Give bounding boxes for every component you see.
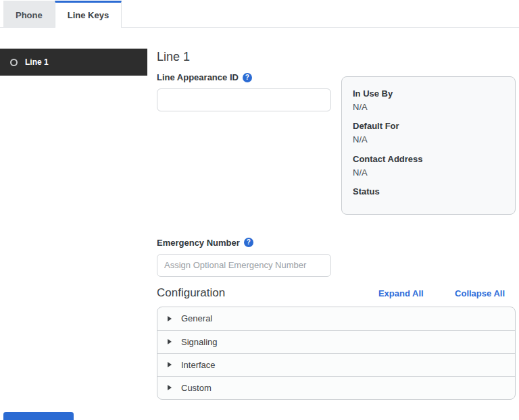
tab-phone[interactable]: Phone <box>3 1 55 27</box>
accordion-section-custom[interactable]: Custom <box>157 376 515 399</box>
accordion-section-label: General <box>181 313 212 323</box>
line-appearance-field-group: Line Appearance ID ? <box>157 72 331 111</box>
configuration-title: Configuration <box>157 286 225 300</box>
accordion-section-label: Signaling <box>181 337 218 347</box>
line-keys-sidebar: Line 1 <box>0 49 147 400</box>
caret-right-icon <box>168 339 172 344</box>
info-label: Contact Address <box>353 153 504 166</box>
info-field: Default For N/A <box>353 120 504 147</box>
configuration-accordion: General Signaling Interface Custom <box>157 307 516 400</box>
configuration-links: Expand All Collapse All <box>378 287 516 299</box>
info-field: Status <box>353 185 504 199</box>
help-icon[interactable]: ? <box>244 238 253 247</box>
page-title: Line 1 <box>157 50 516 64</box>
info-field: Contact Address N/A <box>353 153 504 180</box>
caret-right-icon <box>168 362 172 367</box>
info-field: In Use By N/A <box>353 87 504 114</box>
info-label: In Use By <box>353 87 504 101</box>
info-value: N/A <box>353 101 504 114</box>
info-label: Default For <box>353 120 504 133</box>
tab-line-keys[interactable]: Line Keys <box>55 1 122 28</box>
info-value: N/A <box>353 133 504 147</box>
accordion-section-general[interactable]: General <box>157 307 515 330</box>
accordion-section-label: Custom <box>181 383 212 393</box>
line-appearance-input[interactable] <box>157 88 331 111</box>
collapse-all-link[interactable]: Collapse All <box>455 288 505 298</box>
info-label: Status <box>353 185 504 199</box>
footer-actions: Save Phone Cancel <box>0 412 519 420</box>
tab-bar: Phone Line Keys <box>0 0 519 28</box>
sidebar-item-line-1[interactable]: Line 1 <box>0 49 147 76</box>
radio-circle-icon <box>10 59 18 66</box>
emergency-number-label: Emergency Number ? <box>157 238 516 248</box>
line-appearance-label: Line Appearance ID ? <box>157 72 331 82</box>
help-icon[interactable]: ? <box>243 73 252 82</box>
expand-all-link[interactable]: Expand All <box>378 288 424 298</box>
sidebar-item-label: Line 1 <box>25 57 49 67</box>
accordion-section-label: Interface <box>181 360 216 370</box>
content-area: Line 1 Line 1 Line Appearance ID ? In Us… <box>0 49 519 400</box>
emergency-number-input[interactable] <box>157 254 331 277</box>
caret-right-icon <box>168 385 172 390</box>
emergency-number-field-group: Emergency Number ? <box>157 238 516 277</box>
caret-right-icon <box>168 316 172 321</box>
line-detail-panel: Line 1 Line Appearance ID ? In Use By N/… <box>157 49 519 400</box>
save-phone-button[interactable]: Save Phone <box>3 412 74 420</box>
accordion-section-interface[interactable]: Interface <box>157 353 515 376</box>
accordion-section-signaling[interactable]: Signaling <box>157 330 515 353</box>
line-status-panel: In Use By N/A Default For N/A Contact Ad… <box>341 76 516 215</box>
line-appearance-row: Line Appearance ID ? In Use By N/A Defau… <box>157 72 516 215</box>
line-appearance-label-text: Line Appearance ID <box>157 72 239 82</box>
configuration-header: Configuration Expand All Collapse All <box>157 286 516 300</box>
emergency-number-label-text: Emergency Number <box>157 238 240 248</box>
info-value: N/A <box>353 166 504 180</box>
